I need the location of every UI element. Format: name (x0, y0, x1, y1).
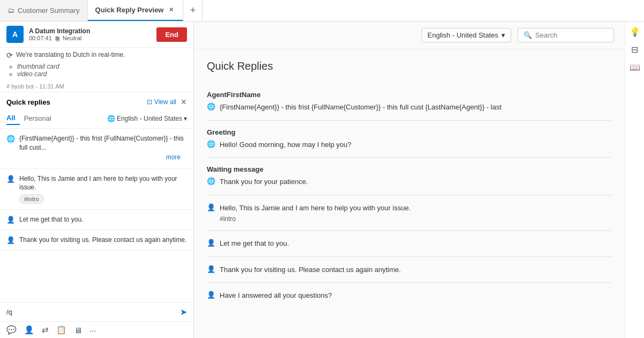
qr-section-title: Quick replies (6, 98, 143, 106)
qr-right-tag-3: #intro (220, 215, 411, 223)
qr-right-item-2[interactable]: Waiting message 🌐 Thank you for your pat… (207, 158, 612, 195)
qr-item-1[interactable]: 👤 Hello, This is Jamie and I am here to … (0, 169, 193, 210)
qr-item-text-3: Thank you for visiting us. Please contac… (19, 236, 186, 245)
translation-bullets: thumbnail card video card (0, 63, 193, 81)
qr-right-item-5[interactable]: 👤 Thank you for visiting us. Please cont… (207, 257, 612, 283)
lightbulb-icon[interactable]: 💡 (630, 27, 640, 37)
qr-close-button[interactable]: ✕ (181, 98, 187, 106)
end-button[interactable]: End (156, 27, 187, 42)
qr-right-item-3[interactable]: 👤 Hello, This is Jamie and I am here to … (207, 195, 612, 231)
language-dropdown[interactable]: English - United States ▾ (422, 28, 511, 42)
chat-toolbar: 💬 👤 ⇄ 📋 🖥 ··· (0, 321, 193, 338)
chat-timer: 00:07:41 ⊙ Neutral (29, 35, 151, 41)
qr-item-content-0: 🌐 {FirstName{Agent}} - this frist {FullN… (6, 134, 187, 152)
more-icon[interactable]: ··· (89, 326, 96, 335)
right-main: English - United States ▾ 🔍 Quick Replie… (194, 21, 644, 338)
qr-more-link[interactable]: more (6, 152, 187, 163)
globe-icon-0: 🌐 (6, 135, 15, 143)
search-box[interactable]: 🔍 (518, 28, 614, 42)
view-all-icon: ⊡ (147, 98, 152, 106)
chat-input-area: ➤ (0, 302, 193, 321)
person-icon-1: 👤 (6, 175, 15, 183)
tab-add-icon: + (190, 5, 196, 16)
quick-replies-section: Quick replies ⊡ View all ✕ All Personal … (0, 92, 193, 302)
translation-text: We're translating to Dutch in real-time. (16, 51, 125, 58)
qr-category-0: AgentFirstName (207, 91, 612, 99)
customer-summary-label: Customer Summary (18, 6, 80, 14)
note-icon[interactable]: 📋 (56, 325, 66, 335)
right-header: English - United States ▾ 🔍 (194, 21, 625, 49)
globe-small-icon: 🌐 (107, 115, 115, 122)
right-sidebar: 💡 ⊟ 📖 (625, 21, 644, 338)
tab-quick-reply[interactable]: Quick Reply Preview ✕ (88, 0, 184, 21)
left-panel: A A Datum Integration 00:07:41 ⊙ Neutral… (0, 21, 194, 338)
qr-item-3[interactable]: 👤 Thank you for visiting us. Please cont… (0, 230, 193, 251)
bot-label-text: # byob bot - 11:31 AM (6, 83, 64, 90)
qr-tabs: All Personal 🌐 English - United States ▾ (0, 109, 193, 129)
qr-category-1: Greeting (207, 128, 612, 136)
person-right-icon-4: 👤 (207, 239, 215, 247)
qr-right-item-4[interactable]: 👤 Let me get that to you. (207, 231, 612, 257)
qr-right-item-6[interactable]: 👤 Have I answered all your questions? (207, 283, 612, 308)
qr-right-text-0: {FirstName{Agent}} - this frist {FullNam… (220, 102, 501, 113)
translate-icon: ⟳ (6, 51, 13, 60)
send-button[interactable]: ➤ (180, 307, 187, 317)
person-right-icon-6: 👤 (207, 291, 215, 299)
transfer-icon[interactable]: ⇄ (42, 325, 49, 335)
tab-customer-summary[interactable]: 🗂 Customer Summary (0, 0, 88, 21)
qr-right-item-0[interactable]: AgentFirstName 🌐 {FirstName{Agent}} - th… (207, 83, 612, 121)
qr-right-item-1[interactable]: Greeting 🌐 Hello! Good morning, how may … (207, 121, 612, 158)
person-icon-3: 👤 (6, 236, 15, 244)
qr-item-text-0: {FirstName{Agent}} - this frist {FullNam… (19, 134, 187, 152)
book-icon[interactable]: 📖 (630, 62, 640, 72)
qr-item-content-1: 👤 Hello, This is Jamie and I am here to … (6, 174, 187, 204)
tab-add-button[interactable]: + (183, 0, 203, 21)
chevron-icon: ▾ (501, 31, 505, 39)
bot-label: # byob bot - 11:31 AM (0, 81, 193, 92)
chat-input[interactable] (6, 308, 176, 316)
view-all-button[interactable]: ⊡ View all (147, 98, 176, 106)
qr-right-text-6: Have I answered all your questions? (220, 290, 332, 301)
qr-right-text-4: Let me get that to you. (220, 238, 289, 249)
filter-icon[interactable]: ⊟ (631, 45, 638, 55)
company-name: A Datum Integration (29, 27, 151, 35)
person-icon-2: 👤 (6, 216, 15, 224)
chat-icon[interactable]: 💬 (6, 325, 17, 335)
bullet-video: video card (17, 70, 187, 78)
sentiment-label: Neutral (63, 35, 81, 41)
qr-list: 🌐 {FirstName{Agent}} - this frist {FullN… (0, 129, 193, 251)
avatar: A (6, 26, 24, 43)
search-icon: 🔍 (523, 31, 532, 39)
qr-language-selector[interactable]: 🌐 English - United States ▾ (107, 115, 187, 122)
chevron-down-icon: ▾ (184, 115, 187, 122)
tab-all[interactable]: All (6, 112, 20, 125)
consult-icon[interactable]: 🖥 (74, 326, 82, 335)
page-title: Quick Replies (207, 60, 612, 72)
sentiment-dot: ⊙ (55, 36, 59, 40)
customer-summary-icon: 🗂 (8, 6, 14, 14)
qr-item-0[interactable]: 🌐 {FirstName{Agent}} - this frist {FullN… (0, 129, 193, 169)
person-right-icon-3: 👤 (207, 203, 215, 211)
qr-content: Quick Replies AgentFirstName 🌐 {FirstNam… (194, 49, 625, 338)
globe-right-icon-1: 🌐 (207, 140, 215, 148)
chat-header: A A Datum Integration 00:07:41 ⊙ Neutral… (0, 21, 193, 48)
qr-right-text-3: Hello, This is Jamie and I am here to he… (220, 204, 411, 212)
quick-reply-label: Quick Reply Preview (95, 6, 164, 14)
globe-right-icon-0: 🌐 (207, 102, 215, 111)
qr-right-text-5: Thank you for visiting us. Please contac… (220, 264, 401, 275)
globe-right-icon-2: 🌐 (207, 177, 215, 185)
lang-dropdown-label: English - United States (428, 31, 498, 39)
view-all-label: View all (154, 98, 176, 106)
tab-close-icon[interactable]: ✕ (167, 6, 175, 14)
search-input[interactable] (535, 31, 600, 39)
qr-item-2[interactable]: 👤 Let me get that to you. (0, 210, 193, 230)
qr-tag-1: #intro (19, 194, 44, 204)
qr-item-content-2: 👤 Let me get that to you. (6, 215, 187, 224)
qr-right-text-2: Thank you for your patience. (220, 177, 308, 187)
chat-info: A Datum Integration 00:07:41 ⊙ Neutral (29, 27, 151, 41)
translation-notice: ⟳ We're translating to Dutch in real-tim… (0, 48, 193, 63)
qr-item-content-3: 👤 Thank you for visiting us. Please cont… (6, 236, 187, 245)
qr-right-text-1: Hello! Good morning, how may I help you? (220, 139, 351, 150)
contact-icon[interactable]: 👤 (24, 325, 34, 335)
tab-personal[interactable]: Personal (24, 112, 56, 124)
